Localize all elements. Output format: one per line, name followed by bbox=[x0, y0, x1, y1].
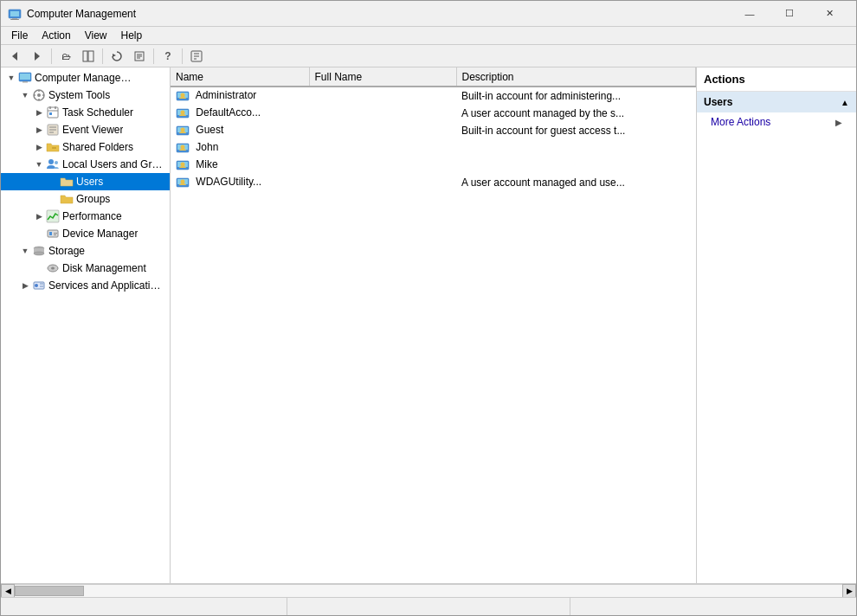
scroll-track[interactable] bbox=[15, 584, 842, 598]
close-button[interactable]: ✕ bbox=[809, 1, 849, 27]
actions-users-section-header[interactable]: Users ▲ bbox=[697, 92, 856, 112]
user-description-cell bbox=[456, 157, 696, 174]
tree-node-performance[interactable]: ▶ Performance bbox=[1, 208, 170, 225]
svg-point-35 bbox=[52, 147, 54, 149]
menu-bar: File Action View Help bbox=[1, 27, 856, 45]
expand-shared-folders[interactable]: ▶ bbox=[32, 140, 46, 154]
user-name: John bbox=[196, 141, 218, 153]
svg-rect-42 bbox=[54, 233, 57, 234]
table-row[interactable]: Guest Built-in account for guest access … bbox=[171, 122, 696, 139]
title-bar: Computer Management — ☐ ✕ bbox=[1, 1, 856, 27]
expand-storage[interactable]: ▼ bbox=[18, 244, 32, 258]
show-hide-button[interactable] bbox=[78, 47, 99, 66]
menu-help[interactable]: Help bbox=[114, 27, 150, 44]
svg-point-21 bbox=[37, 93, 41, 97]
tree-node-services-apps[interactable]: ▶ Services and Applications bbox=[1, 277, 170, 294]
table-row[interactable]: WDAGUtility... A user account managed an… bbox=[171, 174, 696, 191]
col-header-name[interactable]: Name bbox=[171, 67, 309, 87]
svg-rect-18 bbox=[20, 74, 30, 80]
expand-event-viewer[interactable]: ▶ bbox=[32, 123, 46, 137]
services-icon bbox=[32, 279, 46, 292]
node-label-services-apps: Services and Applications bbox=[48, 279, 166, 292]
status-section-2 bbox=[287, 598, 570, 615]
maximize-button[interactable]: ☐ bbox=[770, 1, 809, 27]
user-icon bbox=[176, 124, 190, 138]
svg-marker-4 bbox=[12, 52, 17, 61]
properties-button[interactable] bbox=[186, 47, 207, 66]
user-icon bbox=[176, 176, 190, 189]
user-icon bbox=[176, 89, 190, 103]
svg-point-36 bbox=[55, 147, 56, 149]
event-viewer-icon bbox=[46, 123, 60, 137]
window-title: Computer Management bbox=[27, 8, 730, 20]
user-icon bbox=[176, 106, 190, 120]
col-header-description[interactable]: Description bbox=[456, 67, 696, 87]
table-row[interactable]: DefaultAcco... A user account managed by… bbox=[171, 105, 696, 122]
svg-rect-41 bbox=[49, 232, 52, 235]
tree-node-storage[interactable]: ▼ Storage bbox=[1, 242, 170, 260]
app-icon bbox=[8, 7, 22, 21]
tree-node-local-users-groups[interactable]: ▼ Local Users and Groups bbox=[1, 156, 170, 173]
minimize-button[interactable]: — bbox=[730, 1, 770, 27]
node-label-groups: Groups bbox=[76, 193, 110, 205]
svg-rect-6 bbox=[83, 51, 87, 61]
tree-node-groups[interactable]: Groups bbox=[1, 190, 170, 208]
user-fullname-cell bbox=[309, 157, 456, 174]
svg-rect-7 bbox=[88, 51, 93, 61]
back-button[interactable] bbox=[4, 47, 25, 66]
expand-local-users-groups[interactable]: ▼ bbox=[32, 157, 46, 171]
user-icon bbox=[176, 141, 190, 155]
table-row[interactable]: John bbox=[171, 139, 696, 157]
user-fullname-cell bbox=[309, 122, 456, 139]
groups-folder-icon bbox=[60, 192, 74, 206]
menu-file[interactable]: File bbox=[4, 27, 35, 44]
user-name: WDAGUtility... bbox=[196, 176, 261, 188]
actions-header: Actions bbox=[697, 67, 856, 92]
window-controls: — ☐ ✕ bbox=[730, 1, 849, 27]
actions-users-section: Users ▲ bbox=[697, 92, 856, 112]
tree-node-task-scheduler[interactable]: ▶ Task Scheduler bbox=[1, 104, 170, 121]
actions-users-arrow: ▲ bbox=[841, 98, 849, 107]
performance-icon bbox=[46, 209, 60, 223]
user-description-cell: A user account managed and use... bbox=[456, 174, 696, 191]
expand-performance[interactable]: ▶ bbox=[32, 209, 46, 223]
svg-point-37 bbox=[48, 159, 54, 164]
tree-node-users[interactable]: Users bbox=[1, 173, 170, 190]
user-fullname-cell bbox=[309, 105, 456, 122]
expand-computer-management[interactable]: ▼ bbox=[4, 71, 18, 85]
svg-point-70 bbox=[181, 180, 185, 184]
user-fullname-cell bbox=[309, 174, 456, 191]
scroll-thumb[interactable] bbox=[15, 586, 84, 596]
actions-title: Actions bbox=[704, 73, 745, 86]
user-name: DefaultAcco... bbox=[196, 106, 261, 119]
export-button[interactable] bbox=[129, 47, 150, 66]
help-button[interactable]: ? bbox=[158, 47, 178, 66]
tree-node-device-manager[interactable]: Device Manager bbox=[1, 225, 170, 242]
node-label-disk-management: Disk Management bbox=[62, 262, 146, 274]
node-label-storage: Storage bbox=[48, 245, 85, 257]
tree-node-computer-management[interactable]: ▼ Computer Management (Local bbox=[1, 69, 170, 87]
scroll-right-button[interactable]: ▶ bbox=[842, 584, 856, 598]
more-actions-item[interactable]: More Actions ▶ bbox=[697, 112, 856, 132]
expand-task-scheduler[interactable]: ▶ bbox=[32, 106, 46, 119]
menu-action[interactable]: Action bbox=[35, 27, 77, 44]
actions-users-label: Users bbox=[704, 96, 732, 108]
tree-node-shared-folders[interactable]: ▶ Shared Folders bbox=[1, 138, 170, 156]
svg-point-55 bbox=[181, 93, 185, 98]
node-label-local-users-groups: Local Users and Groups bbox=[62, 158, 166, 170]
expand-system-tools[interactable]: ▼ bbox=[18, 88, 32, 102]
up-button[interactable]: 🗁 bbox=[55, 47, 76, 66]
actions-pane: Actions Users ▲ More Actions ▶ bbox=[696, 67, 856, 583]
menu-view[interactable]: View bbox=[78, 27, 114, 44]
col-header-fullname[interactable]: Full Name bbox=[309, 67, 456, 87]
tree-node-event-viewer[interactable]: ▶ Event Viewer bbox=[1, 121, 170, 138]
tree-node-system-tools[interactable]: ▼ System Tools bbox=[1, 87, 170, 104]
table-row[interactable]: Mike bbox=[171, 157, 696, 174]
expand-services-apps[interactable]: ▶ bbox=[18, 279, 32, 292]
tree-node-disk-management[interactable]: Disk Management bbox=[1, 260, 170, 277]
forward-button[interactable] bbox=[27, 47, 48, 66]
table-row[interactable]: Administrator Built-in account for admin… bbox=[171, 87, 696, 105]
scroll-left-button[interactable]: ◀ bbox=[1, 584, 15, 598]
refresh-button[interactable] bbox=[106, 47, 127, 66]
svg-rect-26 bbox=[48, 107, 58, 118]
